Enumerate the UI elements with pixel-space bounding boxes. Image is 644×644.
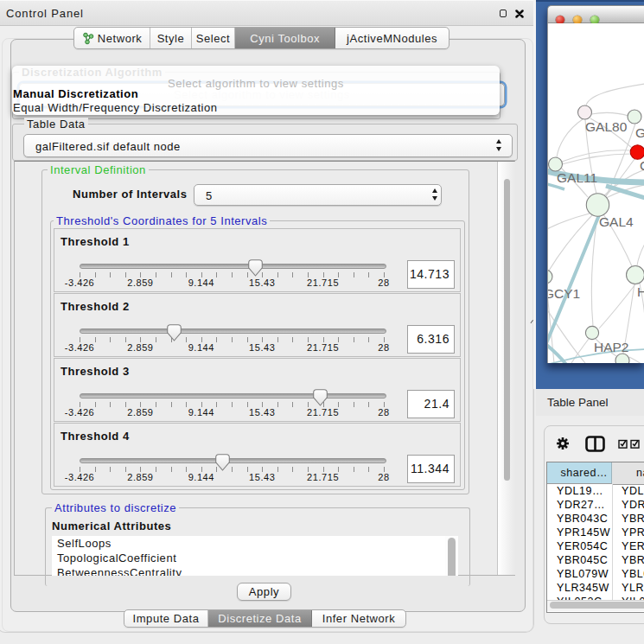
svg-text:C: C bbox=[640, 158, 644, 173]
svg-text:GAL80: GAL80 bbox=[585, 119, 628, 134]
svg-text:GAL11: GAL11 bbox=[557, 170, 597, 185]
svg-text:HAP2: HAP2 bbox=[594, 340, 629, 354]
svg-text:GAL4: GAL4 bbox=[599, 214, 634, 229]
svg-text:H: H bbox=[637, 284, 644, 299]
svg-text:GCY1: GCY1 bbox=[548, 286, 580, 301]
svg-text:GA: GA bbox=[635, 125, 644, 140]
